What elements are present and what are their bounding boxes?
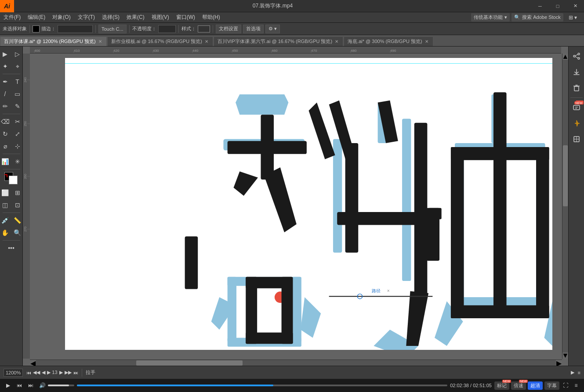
lasso-tool[interactable]: ⌖ [12,61,23,72]
transform-icon[interactable] [570,133,583,145]
status-end-btn[interactable]: ⏭ [73,370,78,375]
symbol-tool[interactable]: ✳ [12,156,23,167]
maximize-button[interactable]: □ [549,0,566,12]
status-settings[interactable]: ≡ [578,370,580,375]
mesh-tool[interactable]: ⊡ [12,199,23,211]
pin-icon[interactable] [570,117,583,129]
menu-help[interactable]: 帮助(H) [199,12,224,23]
menu-edit[interactable]: 编辑(E) [24,12,49,23]
tab-1-close[interactable]: ✕ [204,39,209,44]
more-tools[interactable]: ••• [6,242,17,254]
status-right-arrow[interactable]: ▶ [571,370,574,375]
download-icon[interactable] [570,66,583,78]
paintbrush-tool[interactable]: ✏ [0,101,11,112]
prefs-button[interactable]: 首选项 [243,25,264,33]
progress-bar[interactable] [77,385,447,386]
close-button[interactable]: ✕ [566,0,584,12]
zoom-tool[interactable]: 🔍 [12,227,23,238]
scrollbar-up[interactable]: ▲ [562,54,568,60]
status-fwd-btn[interactable]: ▶ [59,370,63,375]
adobe-stock-search[interactable]: 🔍 搜索 Adobe Stock [511,13,563,22]
status-back-btn[interactable]: ◀ [42,370,45,375]
scrollbar-thumb-right[interactable] [563,145,568,206]
menu-file[interactable]: 文件(F) [0,12,24,23]
share-icon[interactable] [570,50,583,62]
tab-2[interactable]: 百川VIP字体课.第六节.ai @ 16.67% (RGB/GPU 预览) ✕ [214,36,343,46]
slice-tool[interactable]: ⊞ [12,187,23,198]
btn-mark[interactable]: 标记 NEW [494,381,509,390]
delete-icon[interactable] [570,82,583,94]
classic-mode-button[interactable]: 传统基本功能 ▾ [471,13,510,22]
tab-0-close[interactable]: ✕ [98,39,103,44]
vc-next[interactable]: ⏭ [26,382,35,388]
hand-tool[interactable]: ✋ [0,227,11,238]
menu-effect[interactable]: 效果(C) [123,12,148,23]
magic-wand-tool[interactable]: ✦ [0,61,11,72]
scissors-tool[interactable]: ✂ [12,116,23,127]
tab-2-close[interactable]: ✕ [334,39,339,44]
btn-subtitle[interactable]: 字幕 [544,381,559,390]
pen-tool[interactable]: ✒ [0,76,11,87]
scrollbar-bottom[interactable]: ◀ ▶ [30,360,562,366]
rotate-tool[interactable]: ↻ [0,128,11,140]
fullscreen-btn[interactable]: ⛶ [561,382,570,388]
scrollbar-thumb-bottom[interactable] [136,360,243,366]
rect-tool[interactable]: ▭ [12,88,23,100]
new-feature-icon[interactable]: NEW [570,101,583,114]
menu-object[interactable]: 对象(O) [49,12,74,23]
swap-colors[interactable] [4,172,8,176]
scrollbar-left[interactable]: ◀ [30,360,36,366]
fill-color-swatch[interactable] [33,25,40,32]
canvas-area[interactable]: 400 410 420 430 440 450 460 470 480 490 [23,47,568,366]
panel-icon[interactable]: ⊞ ▾ [565,12,580,23]
settings-btn[interactable]: ≡ [572,382,580,388]
gradient-tool[interactable]: ◫ [0,199,11,211]
measure-tool[interactable]: 📏 [12,215,23,226]
tab-1[interactable]: 新作业模板.ai @ 16.67% (RGB/GPU 预览) ✕ [107,36,213,46]
selection-tool[interactable]: ▶ [0,48,11,60]
line-tool[interactable]: / [0,88,11,100]
volume-bar[interactable] [48,385,74,386]
status-prev-btn[interactable]: ◀◀ [33,370,40,375]
line-tools-group: / ▭ [0,88,23,100]
graph-tool[interactable]: 📊 [0,156,11,167]
menu-window[interactable]: 窗口(W) [173,12,199,23]
scrollbar-right[interactable]: ▲ ▼ [562,54,568,359]
vc-play-pause[interactable]: ▶ [4,382,12,388]
pencil-tool[interactable]: ✎ [12,101,23,112]
scrollbar-down[interactable]: ▼ [562,352,568,359]
background-color[interactable] [9,176,18,184]
style-swatch[interactable] [198,25,210,32]
volume-area: 🔊 [38,382,74,388]
status-fwd2-btn[interactable]: ▶▶ [65,370,72,375]
tab-0[interactable]: 百川字体课.ai* @ 1200% (RGB/GPU 预览) ✕ [0,36,107,46]
scale-tool[interactable]: ⤢ [12,128,23,140]
warp-tool[interactable]: ⌀ [0,140,11,152]
menu-text[interactable]: 文字(T) [74,12,98,23]
artboard-tool[interactable]: ⬜ [0,187,11,198]
border-input[interactable] [58,25,93,33]
eyedropper-tool[interactable]: 💉 [0,215,11,226]
extra-button[interactable]: ⚙ ▾ [265,25,280,33]
puppet-tool[interactable]: ⊹ [12,140,23,152]
menu-select[interactable]: 选择(S) [98,12,123,23]
tab-3[interactable]: 海底.ai* @ 300% (RGB/GPU 预览) ✕ [344,36,433,46]
doc-settings-button[interactable]: 文档设置 [216,25,241,33]
btn-ultra-clear[interactable]: 超清 [528,381,543,390]
touch-button[interactable]: Touch C... [98,25,127,33]
tab-3-close[interactable]: ✕ [424,39,429,44]
menu-view[interactable]: 视图(V) [148,12,173,23]
opacity-input[interactable]: 100% [158,25,176,33]
vc-prev[interactable]: ⏮ [15,382,24,388]
volume-icon[interactable]: 🔊 [38,382,47,388]
video-controls-bar: ▶ ⏮ ⏭ 🔊 02:02:38 / 02:51:05 标记 NEW 倍速 NE… [0,379,584,392]
eraser-tool[interactable]: ⌫ [0,116,11,127]
status-play-btn[interactable]: ⏮ [26,370,31,375]
tab-2-label: 百川VIP字体课.第六节.ai @ 16.67% (RGB/GPU 预览) [218,38,332,45]
direct-selection-tool[interactable]: ▷ [12,48,23,60]
scrollbar-right-btn[interactable]: ▶ [556,360,562,366]
svg-text:440: 440 [192,49,199,53]
minimize-button[interactable]: ─ [531,0,549,12]
type-tool[interactable]: T [12,76,23,87]
btn-double-speed[interactable]: 倍速 NEW [511,381,526,390]
